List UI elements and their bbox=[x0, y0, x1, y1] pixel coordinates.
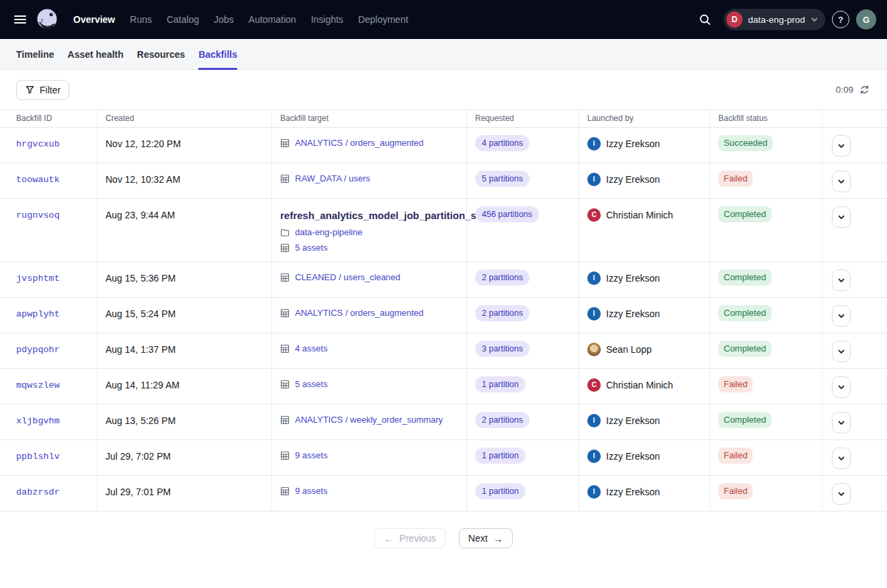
job-assets-link[interactable]: 5 assets bbox=[280, 242, 458, 253]
row-expand-button[interactable] bbox=[832, 376, 851, 398]
top-navbar: Overview Runs Catalog Jobs Automation In… bbox=[0, 0, 887, 39]
status-cell: Failed bbox=[710, 163, 822, 198]
launched-by-cell: I Izzy Erekson bbox=[579, 405, 710, 439]
row-expand-button[interactable] bbox=[832, 135, 851, 157]
asset-link-label: 4 assets bbox=[295, 343, 327, 355]
refresh-button[interactable] bbox=[858, 83, 871, 96]
actions-cell bbox=[822, 199, 887, 261]
backfill-id-link[interactable]: hrgvcxub bbox=[16, 139, 60, 149]
status-cell: Failed bbox=[710, 369, 822, 404]
backfill-id-link[interactable]: xljbgvhm bbox=[16, 416, 60, 426]
menu-button[interactable] bbox=[8, 7, 32, 32]
row-expand-button[interactable] bbox=[832, 341, 851, 362]
job-target: refresh_analytics_model_job_partition_se… bbox=[280, 208, 458, 253]
tab-timeline[interactable]: Timeline bbox=[9, 39, 61, 69]
asset-link[interactable]: 9 assets bbox=[280, 450, 458, 462]
search-button[interactable] bbox=[693, 7, 717, 32]
nav-item-automation[interactable]: Automation bbox=[241, 10, 304, 29]
actions-cell bbox=[822, 163, 887, 198]
dagster-logo[interactable] bbox=[35, 7, 59, 32]
main-nav: Overview Runs Catalog Jobs Automation In… bbox=[66, 10, 416, 29]
actions-cell bbox=[822, 262, 887, 297]
asset-link[interactable]: 4 assets bbox=[280, 343, 458, 355]
nav-item-deployment[interactable]: Deployment bbox=[351, 10, 416, 29]
chevron-down-icon bbox=[810, 15, 818, 24]
row-expand-button[interactable] bbox=[832, 483, 851, 505]
launcher-avatar: I bbox=[587, 307, 601, 321]
nav-item-runs[interactable]: Runs bbox=[122, 10, 159, 29]
backfill-id-cell: xljbgvhm bbox=[0, 405, 97, 439]
backfill-id-link[interactable]: dabzrsdr bbox=[16, 487, 60, 497]
nav-item-insights[interactable]: Insights bbox=[304, 10, 351, 29]
asset-link[interactable]: ANALYTICS / orders_augmented bbox=[280, 307, 458, 319]
next-page-label: Next bbox=[468, 533, 488, 544]
requested-badge: 2 partitions bbox=[475, 269, 530, 286]
help-button[interactable]: ? bbox=[832, 11, 849, 28]
asset-link[interactable]: ANALYTICS / orders_augmented bbox=[280, 137, 458, 149]
repo-link[interactable]: data-eng-pipeline bbox=[280, 226, 458, 238]
launcher: I Izzy Erekson bbox=[587, 137, 702, 151]
workspace-switcher[interactable]: D data-eng-prod bbox=[724, 9, 825, 30]
launched-by-cell: I Izzy Erekson bbox=[579, 163, 710, 198]
row-expand-button[interactable] bbox=[832, 412, 851, 433]
tab-backfills[interactable]: Backfills bbox=[192, 39, 244, 69]
folder-icon bbox=[280, 228, 290, 237]
table-row: pdypqohr Aug 14, 1:37 PM 4 assets 3 part… bbox=[0, 333, 887, 369]
next-page-button[interactable]: Next → bbox=[459, 528, 513, 548]
backfill-id-link[interactable]: rugnvsoq bbox=[16, 210, 60, 220]
column-header-requested: Requested bbox=[467, 110, 579, 127]
launcher-avatar: I bbox=[587, 485, 601, 499]
status-cell: Completed bbox=[710, 405, 822, 439]
launcher-name: Izzy Erekson bbox=[606, 173, 660, 186]
chevron-down-icon bbox=[837, 213, 845, 221]
backfills-table: Backfill ID Created Backfill target Requ… bbox=[0, 110, 887, 511]
created-cell-text: Aug 13, 5:26 PM bbox=[105, 415, 175, 426]
nav-item-catalog[interactable]: Catalog bbox=[159, 10, 206, 29]
filter-button[interactable]: Filter bbox=[16, 80, 69, 100]
refresh-area: 0:09 bbox=[836, 83, 871, 96]
asset-link[interactable]: CLEANED / users_cleaned bbox=[280, 271, 458, 284]
previous-page-button[interactable]: ← Previous bbox=[374, 528, 445, 548]
row-expand-button[interactable] bbox=[832, 448, 851, 469]
backfill-id-link[interactable]: pdypqohr bbox=[16, 345, 60, 355]
row-expand-button[interactable] bbox=[832, 206, 851, 228]
asset-table-icon bbox=[280, 273, 290, 282]
chevron-down-icon bbox=[837, 347, 845, 355]
row-expand-button[interactable] bbox=[832, 269, 851, 291]
launcher-avatar: C bbox=[587, 208, 601, 222]
asset-table-icon bbox=[280, 415, 290, 425]
tab-asset-health[interactable]: Asset health bbox=[61, 39, 130, 69]
user-avatar[interactable]: G bbox=[856, 9, 876, 30]
octopus-logo-icon bbox=[35, 7, 59, 32]
asset-link[interactable]: ANALYTICS / weekly_order_summary bbox=[280, 414, 458, 426]
backfill-id-link[interactable]: apwplyht bbox=[16, 309, 60, 319]
asset-link[interactable]: RAW_DATA / users bbox=[280, 173, 458, 185]
row-expand-button[interactable] bbox=[832, 305, 851, 327]
asset-link[interactable]: 9 assets bbox=[280, 485, 458, 497]
nav-item-jobs[interactable]: Jobs bbox=[206, 10, 241, 29]
backfill-id-link[interactable]: mqwszlew bbox=[16, 380, 60, 390]
status-cell: Failed bbox=[710, 476, 822, 511]
tab-bar: Timeline Asset health Resources Backfill… bbox=[0, 39, 887, 70]
requested-badge: 5 partitions bbox=[475, 171, 530, 187]
launched-by-cell: Sean Lopp bbox=[579, 333, 710, 368]
nav-item-overview[interactable]: Overview bbox=[66, 10, 122, 29]
asset-link-label: ANALYTICS / weekly_order_summary bbox=[295, 414, 443, 426]
chevron-down-icon bbox=[837, 312, 845, 320]
tab-resources[interactable]: Resources bbox=[130, 39, 192, 69]
actions-cell bbox=[822, 369, 887, 404]
asset-link[interactable]: 5 assets bbox=[280, 378, 458, 390]
launcher-avatar bbox=[587, 343, 601, 356]
status-badge: Failed bbox=[718, 171, 753, 187]
requested-cell: 2 partitions bbox=[467, 262, 579, 297]
row-expand-button[interactable] bbox=[832, 171, 851, 192]
hamburger-icon bbox=[13, 12, 28, 27]
target-cell: ANALYTICS / orders_augmented bbox=[272, 298, 467, 333]
backfill-id-cell: mqwszlew bbox=[0, 369, 97, 404]
backfill-id-link[interactable]: ppblshlv bbox=[16, 452, 60, 462]
backfill-id-link[interactable]: toowautk bbox=[16, 175, 60, 185]
asset-link-label: CLEANED / users_cleaned bbox=[295, 271, 400, 284]
launcher: C Christian Minich bbox=[587, 378, 702, 392]
job-name-link[interactable]: refresh_analytics_model_job_partition_se… bbox=[280, 208, 458, 222]
backfill-id-link[interactable]: jvsphtmt bbox=[16, 274, 60, 284]
